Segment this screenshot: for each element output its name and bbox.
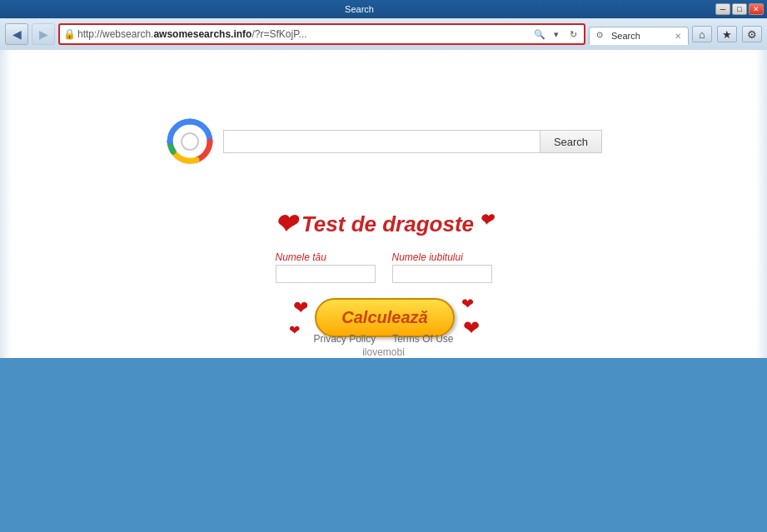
forward-button[interactable]: ▶ <box>32 23 55 45</box>
settings-button[interactable]: ⚙ <box>742 26 762 42</box>
search-logo <box>165 117 215 167</box>
search-area: Search <box>165 117 602 167</box>
heart-deco-tr: ❤ <box>461 295 474 313</box>
refresh-icon[interactable]: ↻ <box>565 27 580 42</box>
partner-input[interactable] <box>392 265 492 283</box>
address-text: http://websearch.awsomesearchs.info/?r=S… <box>77 28 530 40</box>
name-field-group: Numele tău <box>276 251 376 283</box>
heart-deco-tl: ❤ <box>293 297 308 319</box>
search-input[interactable] <box>223 130 540 153</box>
tab-label: Search <box>611 31 640 41</box>
search-magnifier-icon[interactable]: 🔍 <box>532 27 547 42</box>
page-content: Search ❤ Test de dragoste ❤ Numele tău N… <box>0 50 767 358</box>
address-bar[interactable]: 🔒 http://websearch.awsomesearchs.info/?r… <box>58 23 585 45</box>
love-title: ❤ Test de dragoste ❤ <box>274 208 493 240</box>
url-prefix: http://websearch. <box>77 28 153 40</box>
minimize-button[interactable]: ─ <box>715 3 730 15</box>
search-box-container: Search <box>223 130 602 153</box>
privacy-policy-link[interactable]: Privacy Policy <box>313 333 376 345</box>
nav-bar: ◀ ▶ 🔒 http://websearch.awsomesearchs.inf… <box>0 18 767 50</box>
name-input[interactable] <box>276 265 376 283</box>
toolbar-right: ⌂ ★ ⚙ <box>692 26 762 42</box>
url-highlight: awsomesearchs.info <box>153 28 252 40</box>
terms-of-use-link[interactable]: Terms Of Use <box>392 333 453 345</box>
right-hearts: ❤ ❤ <box>461 295 474 340</box>
dropdown-icon[interactable]: ▾ <box>549 27 564 42</box>
close-button[interactable]: ✕ <box>749 3 764 15</box>
heart-deco-br: ❤ <box>463 316 480 340</box>
search-button[interactable]: Search <box>540 130 602 153</box>
right-gradient <box>755 50 767 358</box>
partner-label: Numele iubitului <box>392 251 492 263</box>
footer: Privacy Policy Terms Of Use <box>313 333 453 345</box>
heart-right-icon: ❤ <box>479 210 493 230</box>
title-bar: Search ─ □ ✕ <box>0 0 767 18</box>
favorites-button[interactable]: ★ <box>717 26 737 42</box>
maximize-button[interactable]: □ <box>732 3 747 15</box>
left-gradient <box>0 50 12 358</box>
partner-field-group: Numele iubitului <box>392 251 492 283</box>
home-button[interactable]: ⌂ <box>692 26 712 42</box>
left-hearts: ❤ ❤ <box>293 297 308 338</box>
window-title: Search <box>3 4 715 14</box>
window-controls: ─ □ ✕ <box>715 3 764 15</box>
love-fields: Numele tău Numele iubitului <box>276 251 492 283</box>
heart-deco-bl: ❤ <box>289 322 300 338</box>
url-suffix: /?r=SfKojP... <box>252 28 306 40</box>
back-button[interactable]: ◀ <box>5 23 28 45</box>
active-tab[interactable]: ⊙ Search ✕ <box>589 27 689 45</box>
name-label: Numele tău <box>276 251 376 263</box>
tab-area: ⊙ Search ✕ <box>589 23 689 45</box>
brand-label: ilovemobi <box>362 346 405 358</box>
tab-close-button[interactable]: ✕ <box>675 32 681 41</box>
tab-spinner-icon: ⊙ <box>596 30 608 42</box>
love-title-text: Test de dragoste <box>301 211 474 237</box>
calculate-button[interactable]: Calculează <box>315 298 454 337</box>
heart-left-icon: ❤ <box>274 208 296 240</box>
address-lock-icon: 🔒 <box>63 28 76 40</box>
address-bar-icons: 🔍 ▾ ↻ <box>532 27 580 42</box>
